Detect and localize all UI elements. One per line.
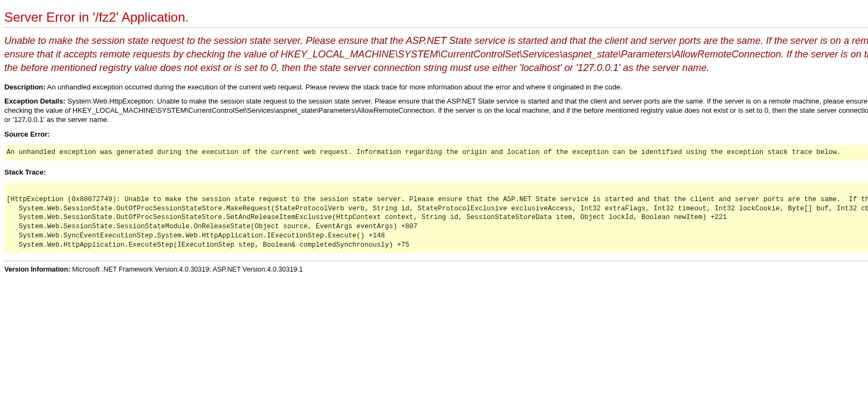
exception-details-section: Exception Details: System.Web.HttpExcept…	[4, 97, 868, 125]
description-section: Description: An unhandled exception occu…	[4, 83, 868, 92]
description-label: Description:	[4, 83, 46, 91]
stack-trace-text: [HttpException (0x80072749): Unable to m…	[4, 183, 868, 253]
version-info-text: Microsoft .NET Framework Version:4.0.303…	[72, 266, 303, 273]
source-error-text: An unhandled exception was generated dur…	[4, 145, 868, 160]
source-error-label: Source Error:	[4, 130, 50, 138]
stack-trace-section: Stack Trace:	[4, 168, 868, 177]
stack-trace-label: Stack Trace:	[4, 168, 46, 176]
exception-details-label: Exception Details:	[4, 97, 66, 105]
version-info: Version Information: Microsoft .NET Fram…	[4, 266, 868, 273]
footer-divider	[4, 261, 868, 261]
source-error-section: Source Error:	[4, 130, 868, 139]
exception-details-text: System.Web.HttpException: Unable to make…	[4, 97, 868, 124]
description-text: An unhandled exception occurred during t…	[47, 83, 622, 91]
version-info-label: Version Information:	[4, 266, 71, 273]
exception-message: Unable to make the session state request…	[4, 34, 868, 75]
page-title: Server Error in '/fz2' Application.	[4, 10, 868, 25]
title-divider	[4, 27, 868, 28]
error-page: Server Error in '/fz2' Application. Unab…	[4, 10, 868, 273]
